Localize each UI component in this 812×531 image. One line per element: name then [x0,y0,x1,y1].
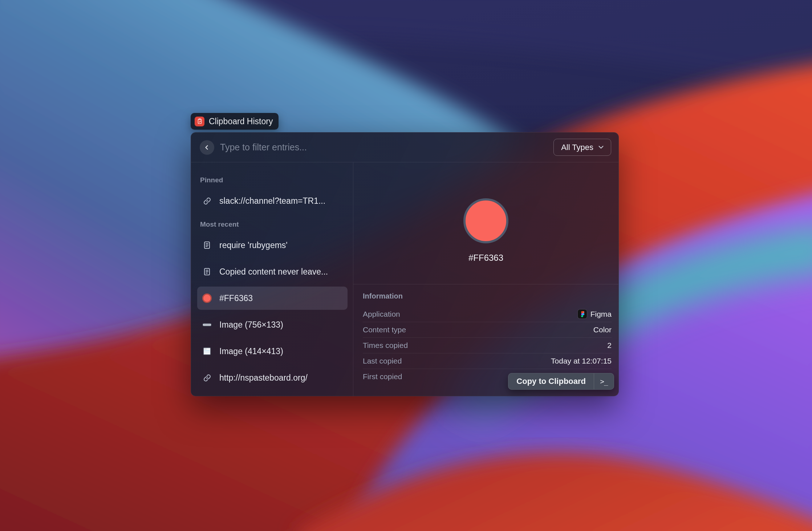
image-thumbnail-wide-icon [202,320,212,329]
list-item-label: slack://channel?team=TR1... [219,196,325,206]
info-label: Last copied [363,357,402,365]
chevron-down-icon [598,146,604,149]
detail-pane: #FF6363 Information Application [353,162,618,396]
information-section: Information Application [353,284,618,384]
type-filter-value: All Types [561,143,593,152]
info-label: Content type [363,325,406,334]
clipboard-history-pill: Clipboard History [191,113,279,130]
link-icon [202,373,212,382]
clipboard-item-copied-content[interactable]: Copied content never leave... [197,260,348,283]
info-value: Today at 12:07:15 [551,357,612,365]
information-title: Information [363,289,612,300]
copy-to-clipboard-button[interactable]: Copy to Clipboard [508,373,594,389]
back-button[interactable] [200,140,214,155]
color-swatch-icon [202,293,212,303]
search-input[interactable] [219,142,553,153]
clipboard-app-icon [195,117,204,126]
clipboard-history-window: All Types Pinned slack://channel? [191,132,619,396]
clipboard-item-nspasteboard-link[interactable]: http://nspasteboard.org/ [197,366,348,389]
info-label: Application [363,310,400,319]
document-icon [202,240,212,250]
info-label: Times copied [363,341,408,350]
link-icon [202,196,212,206]
type-filter-dropdown[interactable]: All Types [553,139,611,156]
list-item-label: Image (414×413) [219,346,283,356]
list-item-label: #FF6363 [219,293,253,303]
info-row-times-copied: Times copied 2 [363,337,612,353]
search-bar: All Types [191,133,618,162]
list-item-label: Copied content never leave... [219,267,328,277]
clipboard-item-slack-link[interactable]: slack://channel?team=TR1... [197,189,348,212]
info-value: 2 [607,341,612,350]
chevron-left-icon [204,145,210,150]
info-row-last-copied: Last copied Today at 12:07:15 [363,353,612,369]
clipboard-list: Pinned slack://channel?team=TR1... Most … [191,162,353,396]
color-preview-swatch [463,198,508,243]
image-thumbnail-square-icon [202,346,212,356]
info-row-content-type: Content type Color [363,322,612,337]
document-icon [202,267,212,276]
info-value: Color [593,325,612,334]
clipboard-item-rubygems[interactable]: require 'rubygems' [197,234,348,257]
terminal-prompt-icon[interactable]: >_ [594,373,614,389]
info-value: Figma [578,309,612,319]
color-preview: #FF6363 [353,162,618,284]
figma-app-icon [578,309,587,319]
list-item-label: Image (756×133) [219,320,283,330]
desktop: Clipboard History All Types Pinned [0,0,812,531]
section-title-pinned: Pinned [200,176,348,184]
clipboard-item-color-ff6363[interactable]: #FF6363 [197,287,348,310]
info-label: First copied [363,372,402,381]
color-preview-label: #FF6363 [468,253,503,263]
section-title-most-recent: Most recent [200,220,348,228]
clipboard-item-image-414x413[interactable]: Image (414×413) [197,340,348,363]
info-row-application: Application Fi [363,306,612,322]
clipboard-item-image-756x133[interactable]: Image (756×133) [197,313,348,336]
list-item-label: require 'rubygems' [219,240,288,250]
copy-action: Copy to Clipboard >_ [508,373,614,390]
list-item-label: http://nspasteboard.org/ [219,373,308,383]
pill-label: Clipboard History [209,117,273,126]
